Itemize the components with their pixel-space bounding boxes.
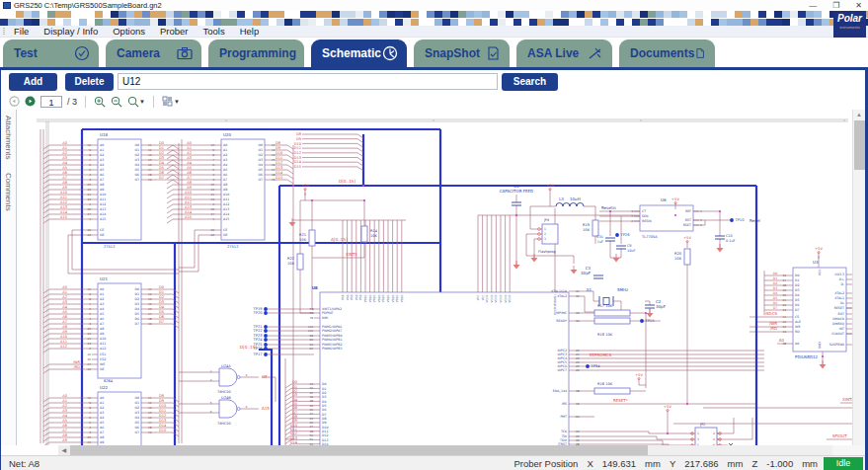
svg-text:+5V: +5V — [546, 184, 554, 188]
svg-text:A8: A8 — [223, 183, 227, 187]
svg-text:NMI: NMI — [322, 316, 328, 320]
doc-check-icon — [485, 45, 501, 61]
tab-programming[interactable]: Programming — [208, 39, 304, 67]
svg-text:MP/MC: MP/MC — [556, 311, 567, 315]
tab-snapshot[interactable]: SnapShot — [414, 39, 510, 67]
svg-text:5MHz: 5MHz — [617, 287, 628, 292]
prober-y-label: Y — [670, 458, 675, 469]
svg-text:R21: R21 — [299, 233, 306, 237]
search-input[interactable] — [118, 73, 498, 90]
scroll-up-arrow[interactable]: ▲ — [853, 110, 865, 119]
tab-test[interactable]: Test — [3, 39, 99, 67]
page-number-input[interactable]: 1 — [40, 96, 62, 108]
vertical-scrollbar[interactable]: ▲ — [852, 110, 865, 445]
svg-text:VO3.3: VO3.3 — [834, 273, 844, 276]
svg-text:Resetin: Resetin — [601, 205, 616, 210]
svg-text:D4: D4 — [773, 291, 777, 295]
tab-label: SnapShot — [425, 46, 480, 60]
svg-text:VCC: VCC — [818, 270, 822, 275]
svg-text:A8: A8 — [62, 325, 67, 329]
svg-text:A2: A2 — [62, 151, 67, 155]
scroll-left-arrow[interactable]: ◀ — [58, 445, 70, 455]
tab-camera[interactable]: Camera — [106, 39, 201, 67]
svg-text:Flashprog: Flashprog — [538, 250, 556, 254]
svg-text:TCK: TCK — [560, 430, 568, 433]
zoom-mode-dropdown[interactable]: ▼ — [127, 96, 145, 108]
vertical-scroll-thumb[interactable] — [854, 120, 865, 170]
svg-text:A1: A1 — [100, 148, 104, 152]
svg-text:20: 20 — [87, 228, 91, 232]
net-status: Net: A8 — [9, 458, 39, 469]
side-panel-attachments[interactable]: Attachments — [4, 116, 13, 159]
svg-text:A2: A2 — [62, 404, 67, 408]
close-button[interactable]: ✕ — [855, 0, 862, 11]
tab-label: Schematic — [322, 46, 381, 60]
tab-label: ASA Live — [527, 46, 579, 60]
delete-button[interactable]: Delete — [65, 73, 114, 91]
svg-text:A13: A13 — [100, 207, 106, 211]
search-button[interactable]: Search — [502, 73, 558, 91]
svg-text:TP20: TP20 — [253, 311, 264, 315]
svg-text:U6: U6 — [661, 197, 667, 202]
svg-text:VSSO: VSSO — [363, 294, 367, 302]
svg-text:C10: C10 — [726, 234, 733, 238]
svg-text:RESET*: RESET* — [613, 398, 628, 403]
svg-text:A4: A4 — [100, 163, 104, 167]
zoom-out-icon[interactable] — [111, 96, 122, 108]
svg-text:22: 22 — [782, 303, 786, 307]
tab-schematic[interactable]: Schematic — [311, 39, 407, 67]
svg-text:XTAL2: XTAL2 — [834, 291, 844, 295]
svg-text:O5: O5 — [134, 168, 139, 172]
svg-text:D14: D14 — [294, 160, 302, 164]
scrollbar-corner — [832, 445, 865, 455]
svg-text:10K: 10K — [299, 238, 307, 242]
svg-text:X1: X1 — [587, 287, 592, 292]
svg-text:11: 11 — [782, 315, 786, 319]
horizontal-scrollbar[interactable]: ◀ — [1, 445, 865, 455]
minimize-button[interactable]: — — [809, 0, 817, 11]
svg-text:O4: O4 — [258, 163, 263, 167]
svg-text:20: 20 — [210, 228, 214, 232]
svg-text:D4: D4 — [159, 161, 165, 165]
svg-text:INT: INT — [839, 327, 844, 331]
svg-text:D10: D10 — [276, 151, 283, 155]
tab-documents[interactable]: Documents — [619, 39, 715, 67]
layers-dropdown[interactable]: ▼ — [162, 96, 180, 107]
nav-forward-icon[interactable] — [25, 96, 36, 107]
svg-text:1: 1 — [210, 369, 212, 373]
svg-text:10uF: 10uF — [627, 249, 635, 253]
tab-asa-live[interactable]: ASA Live — [516, 39, 612, 67]
menu-item-file[interactable]: File — [14, 26, 29, 37]
svg-text:A6: A6 — [62, 424, 67, 428]
menu-item-options[interactable]: Options — [113, 26, 145, 37]
svg-text:+5V: +5V — [301, 184, 309, 188]
svg-text:D15: D15 — [294, 165, 301, 169]
menu-item-display-info[interactable]: Display / Info — [43, 26, 98, 37]
prober-state-badge[interactable]: Idle — [824, 457, 863, 470]
svg-text:A2: A2 — [223, 153, 227, 157]
svg-text:JP4: JP4 — [543, 218, 549, 222]
menu-item-tools[interactable]: Tools — [203, 26, 225, 37]
svg-text:PDPINT: PDPINT — [322, 311, 334, 315]
svg-text:19: 19 — [782, 288, 786, 292]
svg-text:CS: CS — [795, 315, 799, 319]
svg-text:A9: A9 — [62, 438, 67, 442]
schematic-canvas[interactable]: U1827512A010A0A19A1A28A2A37A3A46A4A55A5A… — [17, 110, 852, 445]
add-button[interactable]: Add — [9, 73, 57, 91]
svg-text:CE: CE — [223, 228, 227, 232]
svg-text:D4: D4 — [159, 305, 165, 309]
menu-item-prober[interactable]: Prober — [160, 26, 189, 37]
svg-text:26: 26 — [87, 357, 91, 361]
nav-back-icon[interactable] — [9, 96, 20, 107]
app-window: GRS250 C:\Temp\GRS500SampleBoard.gn2 — ❐… — [0, 0, 868, 470]
maximize-button[interactable]: ❐ — [832, 0, 839, 11]
svg-text:XTAL2: XTAL2 — [557, 294, 567, 298]
side-panel-comments[interactable]: Comments — [4, 173, 13, 211]
svg-text:A4: A4 — [62, 305, 67, 309]
svg-text:A6: A6 — [223, 173, 227, 177]
hscroll-track[interactable] — [70, 445, 832, 455]
zoom-in-icon[interactable] — [94, 96, 106, 108]
horizontal-scroll-thumb[interactable] — [70, 445, 648, 455]
menu-item-help[interactable]: Help — [240, 26, 260, 37]
svg-text:D5: D5 — [773, 296, 777, 300]
